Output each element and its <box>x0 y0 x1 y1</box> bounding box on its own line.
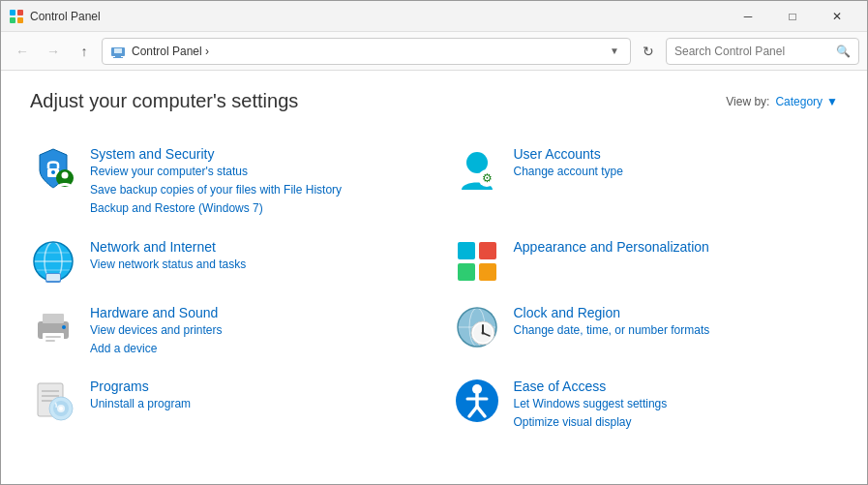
ease-access-text: Ease of Access Let Windows suggest setti… <box>514 378 839 432</box>
breadcrumb-dropdown[interactable]: ▼ <box>607 44 622 59</box>
title-bar: Control Panel ─ □ ✕ <box>1 1 867 32</box>
view-by-container: View by: Category ▼ <box>726 95 838 108</box>
svg-text:⚙: ⚙ <box>481 171 492 185</box>
category-ease-access: Ease of Access Let Windows suggest setti… <box>454 368 839 441</box>
title-bar-icon <box>9 9 24 24</box>
address-bar-container[interactable]: Control Panel › ▼ <box>102 38 631 65</box>
svg-rect-24 <box>458 242 475 259</box>
maximize-button[interactable]: □ <box>770 1 815 32</box>
view-by-dropdown[interactable]: Category ▼ <box>775 95 838 108</box>
appearance-text: Appearance and Personalization <box>514 238 839 256</box>
svg-rect-30 <box>43 333 64 345</box>
system-security-sub2[interactable]: Save backup copies of your files with Fi… <box>90 181 415 199</box>
user-accounts-icon: ⚙ <box>454 145 500 192</box>
breadcrumb-pc-icon <box>110 44 126 59</box>
user-accounts-text: User Accounts Change account type <box>514 145 839 181</box>
svg-rect-25 <box>479 242 496 259</box>
clock-text: Clock and Region Change date, time, or n… <box>514 304 839 340</box>
programs-text: Programs Uninstall a program <box>90 378 415 413</box>
svg-rect-29 <box>43 314 64 323</box>
view-by-chevron-icon: ▼ <box>826 95 838 108</box>
svg-point-50 <box>59 407 63 410</box>
category-user-accounts: ⚙ User Accounts Change account type <box>454 136 839 228</box>
breadcrumb-label: Control Panel <box>132 45 202 58</box>
svg-rect-23 <box>46 274 60 281</box>
clock-sub1[interactable]: Change date, time, or number formats <box>514 321 839 340</box>
ease-access-sub1[interactable]: Let Windows suggest settings <box>514 395 839 413</box>
refresh-button[interactable]: ↻ <box>635 38 662 65</box>
svg-rect-32 <box>45 340 55 342</box>
network-sub1[interactable]: View network status and tasks <box>90 256 415 274</box>
user-accounts-sub1[interactable]: Change account type <box>514 163 839 181</box>
hardware-link[interactable]: Hardware and Sound <box>90 305 218 320</box>
page-header: Adjust your computer's settings View by:… <box>30 90 838 112</box>
system-security-icon <box>30 145 76 192</box>
forward-button[interactable]: → <box>40 38 67 65</box>
svg-point-42 <box>481 331 484 334</box>
svg-rect-7 <box>113 57 123 58</box>
system-security-sub3[interactable]: Backup and Restore (Windows 7) <box>90 199 415 218</box>
svg-rect-5 <box>114 48 122 53</box>
category-appearance: Appearance and Personalization <box>454 228 839 294</box>
category-system-security: System and Security Review your computer… <box>30 136 415 228</box>
svg-rect-0 <box>10 10 15 15</box>
breadcrumb-separator: › <box>205 45 209 58</box>
programs-icon <box>30 378 76 424</box>
hardware-icon <box>30 304 76 350</box>
svg-rect-26 <box>458 263 475 281</box>
ease-access-icon <box>454 378 500 424</box>
network-icon <box>30 238 76 285</box>
clock-icon <box>454 304 500 350</box>
ease-access-sub2[interactable]: Optimize visual display <box>514 413 839 432</box>
search-icon: 🔍 <box>836 45 851 58</box>
title-bar-controls: ─ □ ✕ <box>726 1 859 32</box>
system-security-sub1[interactable]: Review your computer's status <box>90 163 415 181</box>
back-button[interactable]: ← <box>9 38 36 65</box>
page-title: Adjust your computer's settings <box>30 90 298 112</box>
programs-link[interactable]: Programs <box>90 379 149 394</box>
categories-grid: System and Security Review your computer… <box>30 136 838 441</box>
system-security-text: System and Security Review your computer… <box>90 145 415 219</box>
ease-access-link[interactable]: Ease of Access <box>514 379 607 394</box>
svg-point-9 <box>51 170 55 174</box>
hardware-sub2[interactable]: Add a device <box>90 340 415 358</box>
svg-rect-1 <box>17 10 23 15</box>
search-input[interactable] <box>674 45 830 58</box>
category-programs: Programs Uninstall a program <box>30 368 415 441</box>
main-content: Adjust your computer's settings View by:… <box>1 71 867 485</box>
address-bar: ← → ↑ Control Panel › ▼ ↻ 🔍 <box>1 32 867 71</box>
appearance-icon <box>454 238 500 285</box>
svg-rect-31 <box>45 336 61 338</box>
svg-rect-3 <box>17 17 23 23</box>
svg-point-33 <box>62 325 66 329</box>
svg-rect-27 <box>479 263 496 281</box>
search-box[interactable]: 🔍 <box>666 38 859 65</box>
up-button[interactable]: ↑ <box>71 38 98 65</box>
clock-link[interactable]: Clock and Region <box>514 305 621 320</box>
hardware-sub1[interactable]: View devices and printers <box>90 321 415 340</box>
category-hardware: Hardware and Sound View devices and prin… <box>30 294 415 368</box>
network-link[interactable]: Network and Internet <box>90 239 216 255</box>
hardware-text: Hardware and Sound View devices and prin… <box>90 304 415 358</box>
close-button[interactable]: ✕ <box>815 1 859 32</box>
view-by-label: View by: <box>726 95 769 108</box>
breadcrumb-text: Control Panel › <box>132 45 601 58</box>
title-bar-title: Control Panel <box>30 10 726 23</box>
system-security-link[interactable]: System and Security <box>90 146 214 162</box>
programs-sub1[interactable]: Uninstall a program <box>90 395 415 413</box>
category-network: Network and Internet View network status… <box>30 228 415 294</box>
network-text: Network and Internet View network status… <box>90 238 415 274</box>
minimize-button[interactable]: ─ <box>726 1 770 32</box>
appearance-link[interactable]: Appearance and Personalization <box>514 239 709 255</box>
category-clock: Clock and Region Change date, time, or n… <box>454 294 839 368</box>
svg-point-11 <box>62 172 69 179</box>
view-by-value: Category <box>775 95 823 108</box>
svg-rect-2 <box>10 17 15 23</box>
user-accounts-link[interactable]: User Accounts <box>514 146 601 162</box>
